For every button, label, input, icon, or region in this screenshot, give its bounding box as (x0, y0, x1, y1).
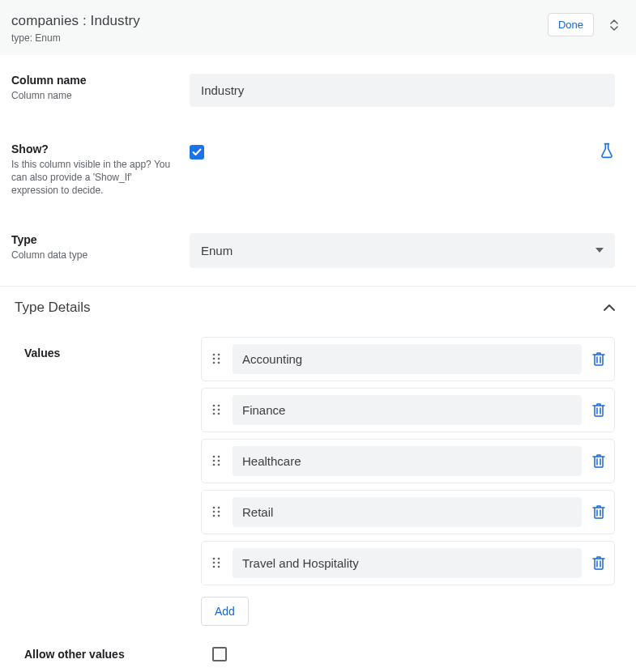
drag-handle-icon[interactable] (210, 556, 223, 569)
panel-title: companies : Industry (11, 13, 140, 29)
values-row: Values (0, 329, 636, 634)
beaker-icon[interactable] (599, 142, 615, 162)
svg-point-23 (218, 515, 220, 517)
value-item (201, 388, 615, 432)
svg-point-20 (213, 511, 216, 513)
svg-point-21 (218, 511, 220, 513)
allow-other-row: Allow other values (0, 634, 636, 672)
column-name-row: Column name Column name (0, 56, 636, 125)
svg-point-2 (213, 358, 216, 360)
trash-icon[interactable] (591, 453, 606, 468)
trash-icon[interactable] (591, 351, 606, 366)
svg-point-27 (218, 562, 220, 564)
show-row: Show? Is this column visible in the app?… (0, 125, 636, 215)
column-name-label: Column name (11, 74, 190, 87)
drag-handle-icon[interactable] (210, 352, 223, 365)
value-item (201, 490, 615, 534)
value-input[interactable] (233, 497, 582, 527)
chevron-up-icon (604, 304, 615, 311)
done-button[interactable]: Done (548, 13, 594, 36)
value-item (201, 337, 615, 381)
svg-point-18 (213, 507, 216, 509)
svg-point-19 (218, 507, 220, 509)
trash-icon[interactable] (591, 504, 606, 519)
svg-point-12 (213, 456, 216, 458)
trash-icon[interactable] (591, 555, 606, 570)
svg-point-24 (213, 558, 216, 560)
values-label: Values (24, 347, 201, 359)
allow-other-label: Allow other values (24, 648, 212, 661)
svg-point-9 (218, 409, 220, 411)
trash-icon[interactable] (591, 402, 606, 417)
type-row: Type Column data type Enum (0, 215, 636, 286)
svg-point-16 (213, 464, 216, 466)
svg-point-0 (213, 354, 216, 356)
value-item (201, 541, 615, 585)
value-input[interactable] (233, 548, 582, 578)
check-icon (191, 147, 203, 158)
column-name-hint: Column name (11, 89, 173, 102)
value-input[interactable] (233, 395, 582, 425)
svg-point-14 (213, 460, 216, 462)
allow-other-checkbox[interactable] (212, 647, 227, 661)
drag-handle-icon[interactable] (210, 454, 223, 467)
svg-point-15 (218, 460, 220, 462)
type-select-value: Enum (201, 244, 233, 257)
panel-header: companies : Industry type: Enum Done (0, 0, 636, 56)
column-name-input[interactable] (190, 74, 615, 107)
show-hint: Is this column visible in the app? You c… (11, 158, 173, 198)
svg-point-10 (213, 413, 216, 415)
type-details-title: Type Details (15, 300, 91, 316)
type-details-header[interactable]: Type Details (0, 286, 636, 329)
svg-point-8 (213, 409, 216, 411)
svg-point-7 (218, 405, 220, 407)
svg-point-28 (213, 566, 216, 568)
svg-point-4 (213, 362, 216, 364)
svg-point-3 (218, 358, 220, 360)
value-item (201, 439, 615, 483)
svg-point-6 (213, 405, 216, 407)
drag-handle-icon[interactable] (210, 403, 223, 416)
value-input[interactable] (233, 446, 582, 476)
panel-subtitle: type: Enum (11, 32, 140, 44)
svg-point-29 (218, 566, 220, 568)
show-label: Show? (11, 142, 190, 155)
svg-point-11 (218, 413, 220, 415)
chevron-down-icon (595, 248, 604, 253)
type-select[interactable]: Enum (190, 233, 615, 268)
svg-point-26 (213, 562, 216, 564)
type-label: Type (11, 233, 190, 246)
drag-handle-icon[interactable] (210, 505, 223, 518)
svg-point-25 (218, 558, 220, 560)
svg-point-17 (218, 464, 220, 466)
show-checkbox[interactable] (190, 145, 204, 159)
value-input[interactable] (233, 344, 582, 374)
svg-point-22 (213, 515, 216, 517)
expand-collapse-icon[interactable] (607, 18, 621, 32)
svg-point-13 (218, 456, 220, 458)
add-value-button[interactable]: Add (201, 597, 249, 626)
svg-point-1 (218, 354, 220, 356)
type-hint: Column data type (11, 249, 173, 262)
svg-point-5 (218, 362, 220, 364)
